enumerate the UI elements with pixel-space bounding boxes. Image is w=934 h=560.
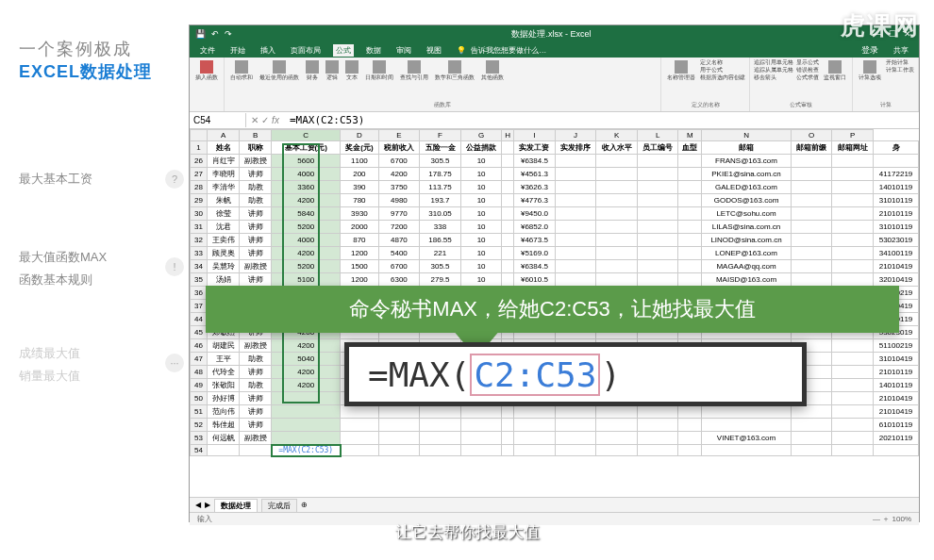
show-formulas-item[interactable]: 显示公式 [796,59,819,67]
row-header[interactable]: 26 [191,155,208,168]
data-cell[interactable] [791,273,832,287]
data-cell[interactable]: 王奕伟 [208,234,240,247]
data-cell[interactable]: 5200 [272,221,341,234]
data-cell[interactable] [341,432,378,445]
data-cell[interactable] [341,419,378,432]
data-cell[interactable]: 助教 [240,353,272,366]
data-cell[interactable]: 10 [460,181,502,194]
datetime-button[interactable]: 日期和时间 [363,59,395,82]
col-header[interactable]: F [420,130,461,141]
calc-options-button[interactable]: 计算选项 [857,59,883,82]
data-cell[interactable]: 6300 [378,273,420,287]
data-cell[interactable] [832,339,874,353]
data-cell[interactable]: 6700 [378,155,420,168]
data-cell[interactable] [832,207,874,221]
row-header[interactable]: 53 [191,432,208,445]
col-header[interactable]: J [555,130,596,141]
data-cell[interactable]: 6700 [378,260,420,273]
data-cell[interactable]: 汤娟 [208,273,240,287]
tab-file[interactable]: 文件 [197,44,218,57]
data-cell[interactable] [678,260,702,273]
data-cell[interactable]: 范向伟 [208,405,240,419]
data-cell[interactable]: 780 [341,194,378,207]
data-cell[interactable]: 10 [460,260,502,273]
data-cell[interactable] [637,419,678,432]
name-box[interactable]: C54 [190,113,246,127]
data-cell[interactable]: 讲师 [240,273,272,287]
data-cell[interactable] [502,168,514,181]
data-cell[interactable] [791,155,832,168]
data-cell[interactable] [678,181,702,194]
data-cell[interactable] [678,168,702,181]
col-header[interactable]: E [378,130,420,141]
data-cell[interactable]: 14010119 [874,379,919,392]
data-cell[interactable] [596,221,638,234]
data-cell[interactable]: ¥6010.5 [514,273,556,287]
data-cell[interactable] [555,194,596,207]
header-cell[interactable]: 奖金(元) [341,141,378,155]
data-cell[interactable] [637,181,678,194]
data-cell[interactable]: 张敬阳 [208,379,240,392]
autosum-button[interactable]: 自动求和 [228,59,255,82]
data-cell[interactable] [678,155,702,168]
data-cell[interactable]: GALED@163.com [702,181,792,194]
data-cell[interactable] [555,273,596,287]
data-cell[interactable] [637,168,678,181]
data-cell[interactable] [555,260,596,273]
data-cell[interactable] [832,366,874,379]
data-cell[interactable] [514,432,556,445]
col-header[interactable]: C [272,130,341,141]
col-header[interactable]: L [637,130,678,141]
row-header[interactable]: 32 [191,234,208,247]
data-cell[interactable] [791,405,832,419]
data-cell[interactable] [791,260,832,273]
cancel-icon[interactable]: ✕ [251,115,259,125]
col-header[interactable]: N [702,130,792,141]
data-cell[interactable] [678,234,702,247]
data-cell[interactable]: 1100 [341,155,378,168]
data-cell[interactable]: 孙好博 [208,392,240,405]
data-cell[interactable]: ¥9450.0 [514,207,556,221]
data-cell[interactable] [637,273,678,287]
row-header[interactable]: 35 [191,273,208,287]
data-cell[interactable]: 21010419 [874,260,919,273]
data-cell[interactable] [678,273,702,287]
data-cell[interactable]: 4200 [272,247,341,260]
data-cell[interactable] [502,234,514,247]
remove-arrows-item[interactable]: 移去箭头 [754,74,793,82]
share-button[interactable]: 共享 [891,44,911,57]
data-cell[interactable] [514,405,556,419]
data-cell[interactable] [832,405,874,419]
data-cell[interactable]: 21010419 [874,392,919,405]
data-cell[interactable] [832,221,874,234]
data-cell[interactable] [502,207,514,221]
define-name-item[interactable]: 定义名称 [700,59,745,67]
data-cell[interactable]: FRANS@163.com [702,155,792,168]
header-cell[interactable]: 实发排序 [555,141,596,155]
row-header[interactable]: 49 [191,379,208,392]
data-cell[interactable]: 4000 [272,234,341,247]
row-header[interactable]: 30 [191,207,208,221]
data-cell[interactable] [832,194,874,207]
tab-view[interactable]: 视图 [424,44,444,57]
data-cell[interactable] [791,181,832,194]
col-header[interactable]: M [678,130,702,141]
data-cell[interactable] [460,405,502,419]
data-cell[interactable]: ¥4673.5 [514,234,556,247]
row-header[interactable]: 33 [191,247,208,260]
data-cell[interactable]: 4870 [378,234,420,247]
data-cell[interactable] [678,207,702,221]
data-cell[interactable]: 61010119 [874,419,919,432]
data-cell[interactable] [832,353,874,366]
data-cell[interactable]: 3750 [378,181,420,194]
recent-button[interactable]: 最近使用的函数 [258,59,301,82]
data-cell[interactable] [555,419,596,432]
data-cell[interactable] [678,405,702,419]
save-icon[interactable]: 💾 [195,29,206,39]
data-cell[interactable]: 4000 [272,168,341,181]
data-cell[interactable] [596,181,638,194]
data-cell[interactable] [832,432,874,445]
data-cell[interactable] [555,405,596,419]
data-cell[interactable]: 5840 [272,207,341,221]
data-cell[interactable]: ¥3626.3 [514,181,556,194]
